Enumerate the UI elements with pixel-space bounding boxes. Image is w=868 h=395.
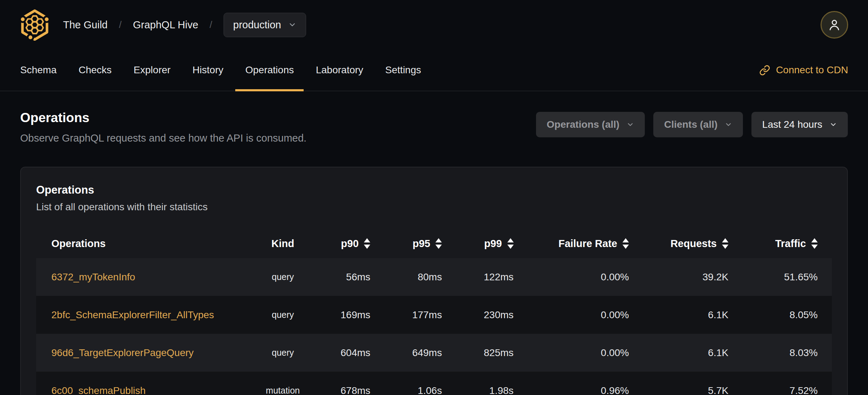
cell-kind: query: [259, 334, 307, 372]
cell-p90: 169ms: [307, 296, 371, 334]
cell-p99: 1.98s: [442, 372, 513, 395]
cell-p99: 122ms: [442, 258, 513, 296]
cell-operation: 96d6_TargetExplorerPageQuery: [36, 334, 259, 372]
cell-p95: 80ms: [370, 258, 442, 296]
brand-area: The Guild / GraphQL Hive / production: [20, 9, 306, 41]
target-selector-dropdown[interactable]: production: [224, 13, 306, 37]
cell-operation: 6c00_schemaPublish: [36, 372, 259, 395]
breadcrumb-project[interactable]: GraphQL Hive: [133, 19, 198, 31]
cell-failure-rate: 0.00%: [514, 296, 629, 334]
cell-p99: 230ms: [442, 296, 513, 334]
tab-schema[interactable]: Schema: [9, 50, 68, 91]
column-label: Failure Rate: [558, 238, 617, 250]
column-header-failure-rate[interactable]: Failure Rate: [514, 229, 629, 258]
clients-filter-label: Clients (all): [664, 119, 717, 130]
column-header-traffic[interactable]: Traffic: [728, 229, 832, 258]
column-label: p95: [412, 238, 430, 250]
tab-checks[interactable]: Checks: [68, 50, 123, 91]
cell-failure-rate: 0.96%: [514, 372, 629, 395]
breadcrumb: The Guild / GraphQL Hive / production: [63, 13, 306, 37]
cell-operation: 2bfc_SchemaExplorerFilter_AllTypes: [36, 296, 259, 334]
tab-operations[interactable]: Operations: [234, 50, 305, 91]
sort-arrows-icon[interactable]: [364, 238, 370, 249]
chevron-down-icon: [829, 121, 837, 128]
cell-requests: 6.1K: [629, 296, 728, 334]
chevron-down-icon: [288, 21, 297, 29]
page-title: Operations: [20, 110, 306, 125]
cell-requests: 39.2K: [629, 258, 728, 296]
cell-traffic: 8.03%: [728, 334, 832, 372]
cell-p95: 1.06s: [370, 372, 442, 395]
time-range-label: Last 24 hours: [762, 119, 822, 130]
filter-bar: Operations (all) Clients (all) Last 24 h…: [536, 112, 848, 137]
breadcrumb-separator: /: [119, 19, 122, 30]
sort-arrows-icon[interactable]: [722, 238, 728, 249]
cell-p95: 649ms: [370, 334, 442, 372]
user-avatar[interactable]: [821, 11, 848, 39]
column-label: Traffic: [775, 238, 806, 250]
operations-table: Operations Kind p90 p95 p99 Failure Rate…: [36, 229, 832, 395]
column-label: p99: [484, 238, 502, 250]
main-nav: Schema Checks Explorer History Operation…: [0, 50, 868, 91]
operations-card: Operations List of all operations with t…: [20, 167, 848, 395]
cell-p90: 604ms: [307, 334, 371, 372]
operation-link[interactable]: 6c00_schemaPublish: [51, 385, 146, 395]
sort-arrows-icon[interactable]: [435, 238, 442, 249]
page-header: Operations Observe GraphQL requests and …: [0, 91, 868, 144]
column-header-p95[interactable]: p95: [370, 229, 442, 258]
link-icon: [759, 65, 770, 76]
cell-p95: 177ms: [370, 296, 442, 334]
operation-link[interactable]: 6372_myTokenInfo: [51, 271, 135, 282]
clients-filter-dropdown[interactable]: Clients (all): [653, 112, 743, 137]
page-title-block: Operations Observe GraphQL requests and …: [20, 110, 306, 144]
table-row: 6372_myTokenInfo query 56ms 80ms 122ms 0…: [36, 258, 832, 296]
column-header-p99[interactable]: p99: [442, 229, 513, 258]
tab-laboratory[interactable]: Laboratory: [305, 50, 374, 91]
column-label: Requests: [670, 238, 717, 250]
cell-failure-rate: 0.00%: [514, 258, 629, 296]
column-label: p90: [341, 238, 359, 250]
cell-p99: 825ms: [442, 334, 513, 372]
cell-p90: 678ms: [307, 372, 371, 395]
page-subtitle: Observe GraphQL requests and see how the…: [20, 132, 306, 144]
cell-failure-rate: 0.00%: [514, 334, 629, 372]
card-subtitle: List of all operations with their statis…: [36, 201, 832, 213]
guild-logo-icon[interactable]: [20, 9, 50, 41]
breadcrumb-org[interactable]: The Guild: [63, 19, 108, 31]
column-header-kind: Kind: [259, 229, 307, 258]
card-title: Operations: [36, 184, 832, 196]
target-selector-value: production: [233, 19, 281, 31]
sort-arrows-icon[interactable]: [811, 238, 818, 249]
table-row: 6c00_schemaPublish mutation 678ms 1.06s …: [36, 372, 832, 395]
tab-history[interactable]: History: [181, 50, 234, 91]
cell-operation: 6372_myTokenInfo: [36, 258, 259, 296]
cell-kind: query: [259, 258, 307, 296]
table-row: 2bfc_SchemaExplorerFilter_AllTypes query…: [36, 296, 832, 334]
chevron-down-icon: [626, 121, 634, 128]
nav-tabs: Schema Checks Explorer History Operation…: [9, 50, 432, 91]
connect-to-cdn-label: Connect to CDN: [776, 64, 848, 76]
sort-arrows-icon[interactable]: [507, 238, 514, 249]
column-header-operations: Operations: [36, 229, 259, 258]
connect-to-cdn-link[interactable]: Connect to CDN: [759, 50, 848, 91]
breadcrumb-separator: /: [210, 19, 213, 30]
tab-settings[interactable]: Settings: [374, 50, 432, 91]
operation-link[interactable]: 2bfc_SchemaExplorerFilter_AllTypes: [51, 309, 214, 320]
time-range-dropdown[interactable]: Last 24 hours: [751, 112, 848, 137]
table-header-row: Operations Kind p90 p95 p99 Failure Rate…: [36, 229, 832, 258]
top-bar: The Guild / GraphQL Hive / production: [0, 0, 868, 50]
user-icon: [827, 17, 842, 32]
tab-explorer[interactable]: Explorer: [123, 50, 181, 91]
operations-filter-label: Operations (all): [547, 119, 619, 130]
column-header-requests[interactable]: Requests: [629, 229, 728, 258]
cell-traffic: 51.65%: [728, 258, 832, 296]
cell-traffic: 7.52%: [728, 372, 832, 395]
chevron-down-icon: [725, 121, 732, 128]
cell-requests: 5.7K: [629, 372, 728, 395]
operation-link[interactable]: 96d6_TargetExplorerPageQuery: [51, 347, 194, 358]
table-row: 96d6_TargetExplorerPageQuery query 604ms…: [36, 334, 832, 372]
column-header-p90[interactable]: p90: [307, 229, 371, 258]
sort-arrows-icon[interactable]: [622, 238, 629, 249]
cell-p90: 56ms: [307, 258, 371, 296]
operations-filter-dropdown[interactable]: Operations (all): [536, 112, 645, 137]
